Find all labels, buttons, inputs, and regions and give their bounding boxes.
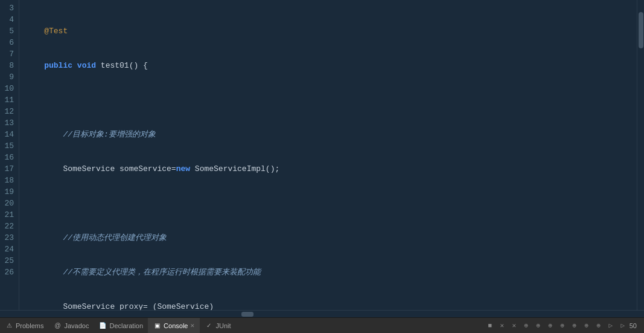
tab-problems-label: Problems <box>16 322 43 329</box>
stop-button[interactable]: ■ <box>485 320 496 331</box>
declaration-icon: 📄 <box>98 322 107 330</box>
tab-problems[interactable]: ⚠ Problems <box>0 318 48 333</box>
tab-declaration[interactable]: 📄 Declaration <box>94 318 148 333</box>
tab-javadoc[interactable]: @ Javadoc <box>48 318 94 333</box>
toolbar-right: ■ ✕ ✕ ⊕ ⊕ ⊕ ⊕ ⊕ ⊕ ⊕ ▷ ▷ 50 <box>485 320 644 331</box>
tool4[interactable]: ⊕ <box>557 320 568 331</box>
tool5[interactable]: ⊕ <box>569 320 580 331</box>
javadoc-icon: @ <box>53 322 62 330</box>
tab-junit[interactable]: ✓ JUnit <box>200 318 235 333</box>
horizontal-scrollbar[interactable] <box>0 310 644 317</box>
tool2[interactable]: ⊕ <box>533 320 544 331</box>
tab-junit-label: JUnit <box>215 322 231 329</box>
clear-button[interactable]: ✕ <box>509 320 520 331</box>
scroll-thumb[interactable] <box>639 12 643 48</box>
tool6[interactable]: ⊕ <box>581 320 592 331</box>
bottom-tab-bar: ⚠ Problems @ Javadoc 📄 Declaration ▣ Con… <box>0 317 644 333</box>
tab-console[interactable]: ▣ Console ✕ <box>148 318 200 333</box>
tool7[interactable]: ⊕ <box>593 320 604 331</box>
h-scroll-thumb[interactable] <box>241 312 253 317</box>
junit-icon: ✓ <box>205 322 213 330</box>
page-number: 50 <box>630 322 639 329</box>
tab-console-label: Console <box>164 322 188 329</box>
console-badge: ✕ <box>190 323 195 329</box>
console-icon: ▣ <box>153 322 161 330</box>
tab-declaration-label: Declaration <box>109 322 143 329</box>
tool9[interactable]: ▷ <box>617 320 628 331</box>
tool3[interactable]: ⊕ <box>545 320 556 331</box>
line-numbers: 3 4 5 6 7 8 9 10 11 12 13 14 15 16 17 18… <box>0 0 19 310</box>
code-content[interactable]: @Test public void test01() { //目标对象:要增强的… <box>19 0 637 310</box>
close-button[interactable]: ✕ <box>497 320 508 331</box>
tool8[interactable]: ▷ <box>605 320 616 331</box>
tab-javadoc-label: Javadoc <box>64 322 89 329</box>
tool1[interactable]: ⊕ <box>521 320 532 331</box>
problems-icon: ⚠ <box>5 322 13 330</box>
right-scrollbar[interactable] <box>637 0 644 310</box>
code-editor: 3 4 5 6 7 8 9 10 11 12 13 14 15 16 17 18… <box>0 0 644 310</box>
